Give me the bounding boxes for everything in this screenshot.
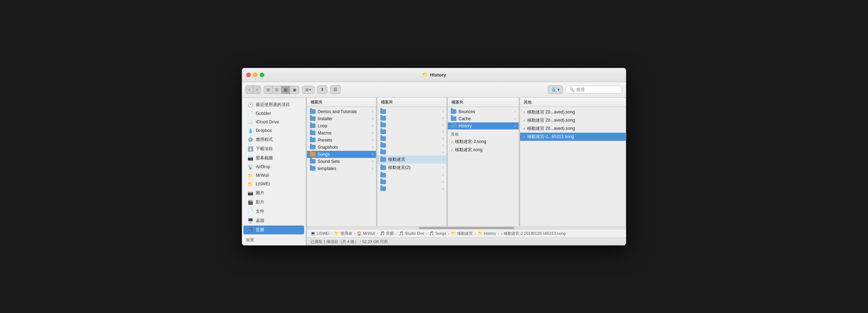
- breadcrumb-mrwuli[interactable]: 🏠 MrWuli: [357, 231, 375, 236]
- list-item[interactable]: Loop ›: [307, 122, 376, 129]
- list-item[interactable]: ›: [377, 149, 446, 155]
- share-button[interactable]: ⬆: [317, 85, 327, 94]
- columns-area: 檔案夾 Demos and Tutorials › Installer ›: [307, 98, 626, 245]
- mrwuli-icon: 📁: [248, 173, 253, 178]
- column-view-button[interactable]: ▦: [281, 86, 290, 94]
- list-item[interactable]: ♪ 移動迷宮-2.song: [448, 138, 519, 146]
- arrow-icon: ›: [372, 166, 373, 170]
- maximize-button[interactable]: [260, 73, 264, 77]
- sidebar-label-gobbler: Gobbler: [256, 111, 271, 116]
- back-button[interactable]: ‹: [246, 86, 253, 94]
- minimize-button[interactable]: [253, 73, 258, 77]
- song-icon: ♪: [451, 147, 453, 152]
- sidebar-item-apps[interactable]: ⚙️ 應用程式: [243, 135, 304, 144]
- item-name: 移動迷宮.song: [455, 147, 482, 153]
- dropbox-button[interactable]: 💧 ▾: [548, 85, 563, 94]
- gobbler-icon: 📄: [248, 111, 253, 116]
- list-item[interactable]: History ›: [448, 122, 519, 129]
- arrange-button[interactable]: ⊞ ▾: [302, 86, 314, 94]
- list-item[interactable]: ›: [377, 128, 446, 135]
- list-item[interactable]: ›: [377, 142, 446, 149]
- breadcrumb-liswi[interactable]: 💻 LiSWEi: [311, 231, 329, 236]
- sidebar-item-screenshots[interactable]: 📷 螢幕截圖: [243, 154, 304, 163]
- breadcrumb-music[interactable]: 🎵 音樂: [380, 231, 394, 236]
- column-3: 檔案夾 Bounces › Cache ›: [448, 98, 519, 226]
- list-item[interactable]: ♪ 移動迷宮.song: [448, 146, 519, 154]
- sidebar-item-documents[interactable]: 📄 文件: [243, 207, 304, 216]
- list-item[interactable]: 移動迷宮(2) ›: [377, 164, 446, 172]
- icon-view-button[interactable]: ⊞: [264, 86, 272, 94]
- folder-icon: [380, 123, 386, 127]
- horizontal-scrollbar[interactable]: [307, 226, 626, 229]
- list-item[interactable]: ›: [377, 185, 446, 192]
- sidebar-item-photos[interactable]: 📷 圖片: [243, 189, 304, 197]
- list-item[interactable]: ›: [377, 179, 446, 185]
- sidebar-item-movies[interactable]: 🎬 影片: [243, 198, 304, 207]
- forward-button[interactable]: ›: [253, 86, 260, 94]
- item-name: 移動迷宮 20...aved).song: [527, 117, 575, 123]
- list-item[interactable]: ♪ 移動迷宮 20...aved).song: [520, 108, 626, 116]
- column-2-header: 檔案夾: [377, 98, 446, 107]
- list-item[interactable]: templates ›: [307, 165, 376, 172]
- column-1-header: 檔案夾: [307, 98, 376, 107]
- item-name: Macros: [318, 131, 332, 136]
- item-name: Installer: [318, 116, 333, 121]
- sidebar-item-desktop[interactable]: 🖥️ 桌面: [243, 216, 304, 225]
- list-item[interactable]: Bounces ›: [448, 108, 519, 115]
- breadcrumb-users[interactable]: 📁 使用者: [334, 231, 352, 236]
- list-item[interactable]: Demos and Tutorials ›: [307, 108, 376, 115]
- list-item[interactable]: ›: [377, 122, 446, 128]
- list-item[interactable]: Songs ›: [307, 151, 376, 158]
- close-button[interactable]: [246, 73, 251, 77]
- sidebar-item-gobbler[interactable]: 📄 Gobbler: [243, 110, 304, 118]
- breadcrumb-file[interactable]: ♪ 移動迷宮-2 20180128-165313.song: [501, 231, 566, 236]
- list-item[interactable]: ›: [377, 108, 446, 115]
- item-name: Loop: [318, 123, 327, 128]
- devices-section-label: 裝置: [242, 235, 306, 243]
- list-item[interactable]: ›: [377, 115, 446, 122]
- search-input[interactable]: [576, 87, 619, 92]
- item-name: Demos and Tutorials: [318, 109, 357, 114]
- sidebar-item-icloud[interactable]: ☁️ iCloud Drive: [243, 118, 304, 126]
- item-name: 移動迷宮 20...aved).song: [527, 109, 575, 115]
- scrollbar-thumb[interactable]: [419, 227, 514, 229]
- sidebar-item-airdrop[interactable]: 📡 AirDrop: [243, 163, 304, 171]
- sidebar-label-icloud: iCloud Drive: [256, 120, 279, 124]
- breadcrumb-maze[interactable]: 📁 移動迷宮: [451, 231, 473, 236]
- column-3-header: 檔案夾: [448, 98, 519, 107]
- movies-icon: 🎬: [248, 200, 253, 205]
- bc-file-label: 移動迷宮-2 20180128-165313.song: [504, 231, 565, 236]
- list-item[interactable]: ›: [377, 172, 446, 179]
- bc-sep: ›: [396, 231, 397, 235]
- list-item[interactable]: ♪ 移動迷宮 20...aved).song: [520, 116, 626, 124]
- list-item[interactable]: Sound Sets ›: [307, 158, 376, 165]
- search-box[interactable]: 🔍: [566, 86, 623, 94]
- folder-icon: [380, 157, 386, 162]
- folder-icon: [310, 109, 316, 114]
- cover-view-button[interactable]: ▣: [290, 86, 299, 94]
- action-button[interactable]: ⛓: [330, 85, 341, 94]
- breadcrumb-songs[interactable]: 🎵 Songs: [429, 231, 446, 236]
- list-item[interactable]: Presets ›: [307, 137, 376, 144]
- breadcrumb-studioone[interactable]: 🎵 Studio One: [399, 231, 424, 236]
- breadcrumb-history[interactable]: 📁 History: [478, 231, 496, 236]
- list-item[interactable]: ♪ 移動迷宮-2...65313.song: [520, 133, 626, 141]
- view-buttons: ⊞ ☰ ▦ ▣: [264, 86, 299, 94]
- sidebar-item-mrwuli[interactable]: 📁 MrWuli: [243, 171, 304, 180]
- sidebar-item-dropbox[interactable]: 💧 Dropbox: [243, 127, 304, 135]
- list-item[interactable]: ♪ 移動迷宮 20...aved).song: [520, 124, 626, 133]
- list-item[interactable]: Snapshots ›: [307, 144, 376, 151]
- list-view-button[interactable]: ☰: [272, 86, 281, 94]
- list-item[interactable]: 移動迷宮 ›: [377, 155, 446, 164]
- sidebar-item-liswi[interactable]: 📁 LiSWEi: [243, 180, 304, 188]
- list-item[interactable]: Macros ›: [307, 129, 376, 137]
- title-folder-icon: 📁: [422, 72, 428, 78]
- list-item[interactable]: ›: [377, 135, 446, 142]
- sidebar-item-downloads[interactable]: ⬇️ 下載項目: [243, 144, 304, 153]
- column-2-items: › › ›: [377, 107, 446, 226]
- list-item[interactable]: Installer ›: [307, 115, 376, 122]
- sidebar-item-music[interactable]: 🎵 音樂: [243, 226, 304, 234]
- list-item[interactable]: Cache ›: [448, 115, 519, 122]
- sidebar-item-recents[interactable]: 🕐 最近使用過的項目: [243, 100, 304, 109]
- arrow-icon: ›: [515, 117, 516, 121]
